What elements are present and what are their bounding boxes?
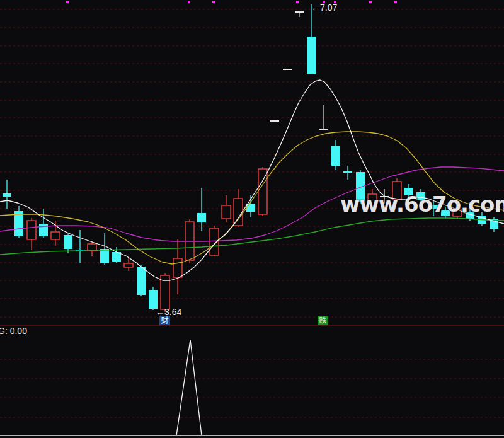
down-candle [307,37,316,74]
down-candle [343,171,352,173]
up-candle [173,258,182,277]
down-candle [137,267,146,295]
up-candle [51,232,60,239]
up-candle [222,205,231,219]
down-candle [331,146,340,166]
up-candle [27,221,36,239]
down-candle [197,213,206,222]
kline-chart[interactable]: ←7.07←3.64 [0,0,504,438]
down-candle [100,249,109,263]
down-candle [14,211,23,236]
signal-dot [66,1,69,3]
signal-dot [394,1,397,3]
up-candle [124,263,133,267]
down-candle [3,193,11,197]
down-candle [246,204,255,212]
signal-dot [369,1,372,3]
indicator-spike [176,340,202,435]
chart-window: ←7.07←3.64 www.6o7o.com 财 跌 G: 0.00 [0,0,504,438]
signal-dot [212,1,215,3]
down-candle [39,224,48,236]
signal-dot [188,1,190,3]
price-annotation: ←7.07 [311,3,337,13]
candles [3,4,498,312]
watermark: www.6o7o.com [340,193,504,216]
indicator-value-label: G: 0.00 [0,326,27,336]
up-candle [234,199,243,226]
signal-label-die: 跌 [318,316,328,325]
signal-dot [296,1,299,3]
signal-label-cai: 财 [159,316,170,325]
up-candle [88,244,96,251]
down-candle [149,290,158,309]
signal-dots [66,1,397,3]
down-candle [64,235,72,249]
